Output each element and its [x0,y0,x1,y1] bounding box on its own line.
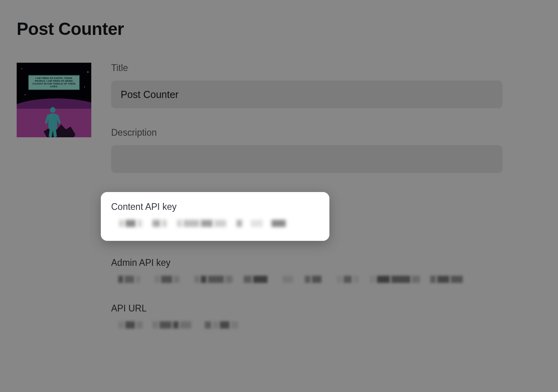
thumb-figure [48,107,57,129]
thumb-star [21,68,22,69]
content-api-key-label: Content API key [111,202,319,212]
thumb-star [25,94,25,95]
api-url-value-redacted[interactable] [111,319,541,331]
thumb-star [84,86,85,87]
title-input[interactable] [111,81,502,108]
content-api-key-value-redacted[interactable] [111,218,319,229]
description-label: Description [111,127,541,138]
thumb-caption: I AM TIRED OF EARTH. THESE PEOPLE. I AM … [28,75,80,90]
title-label: Title [111,63,541,73]
content-api-key-card[interactable]: Content API key [101,192,329,241]
api-url-label: API URL [111,303,541,314]
integration-thumbnail[interactable]: I AM TIRED OF EARTH. THESE PEOPLE. I AM … [17,63,91,137]
admin-api-key-label: Admin API key [111,257,541,268]
page-title: Post Counter [17,19,541,39]
thumb-star [87,71,89,73]
admin-api-key-value-redacted[interactable] [111,274,541,285]
description-input[interactable] [111,145,502,173]
